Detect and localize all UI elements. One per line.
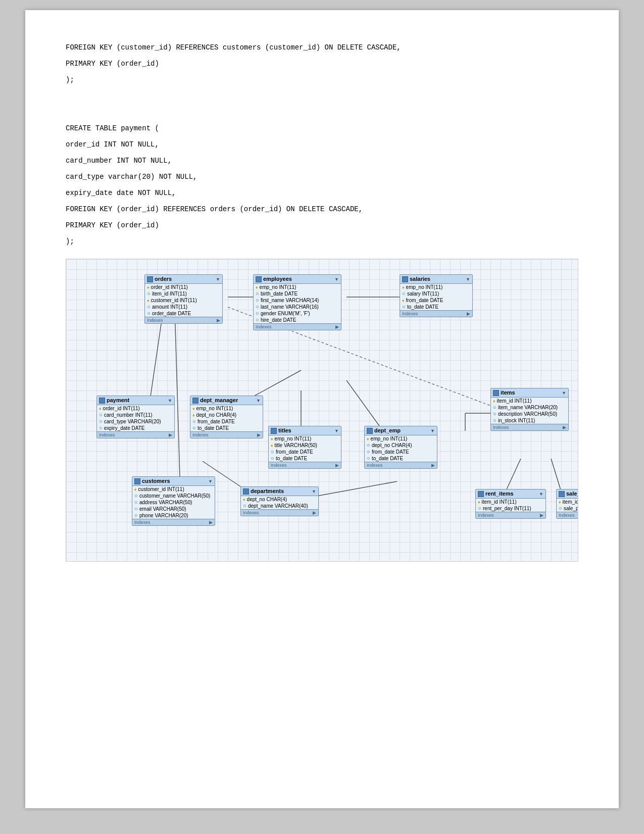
table-rent-items-header: rent_items ▼: [476, 489, 546, 499]
table-footer[interactable]: Indexes▶: [269, 462, 341, 468]
table-row: ♦ emp_no INT(11): [269, 435, 341, 442]
svg-line-11: [506, 459, 521, 492]
table-row: ♦ customer_id INT(11): [145, 297, 222, 304]
expand-icon[interactable]: ▼: [539, 492, 543, 497]
expand-icon[interactable]: ▼: [256, 398, 261, 403]
table-row: ⊙ from_date DATE: [269, 449, 341, 455]
table-departments-name: departments: [251, 488, 284, 494]
table-salaries-header: salaries ▼: [400, 275, 472, 284]
table-row: ⊙ amount INT(11): [145, 304, 222, 310]
code-line-3: );: [66, 73, 578, 87]
table-sale-items-name: sale_items: [566, 490, 578, 497]
table-employees-header: employees ▼: [254, 275, 341, 284]
svg-line-13: [150, 317, 162, 403]
table-row: ⊙ hire_date DATE: [254, 317, 341, 323]
table-sale-items: sale_items ▼ ♦ item_id INT(11) ⊙ sale_pr…: [556, 489, 578, 519]
table-footer[interactable]: Indexes▶: [491, 424, 568, 430]
table-row: ⊙ to_date DATE: [269, 455, 341, 462]
code-line-6: CREATE TABLE payment (: [66, 121, 578, 135]
table-row: ♦ from_date DATE: [400, 297, 472, 304]
table-dept-manager: dept_manager ▼ ♦ emp_no INT(11) ♦ dept_n…: [190, 396, 263, 438]
table-row: ⊙ birth_date DATE: [254, 290, 341, 297]
expand-icon[interactable]: ▼: [430, 428, 435, 433]
table-payment-header: payment ▼: [97, 396, 174, 405]
table-footer[interactable]: Indexes▶: [190, 431, 263, 438]
table-salaries: salaries ▼ ♦ emp_no INT(11) ⊙ salary INT…: [400, 274, 473, 317]
expand-icon[interactable]: ▼: [216, 277, 220, 282]
table-row: ⊙ card_number INT(11): [97, 412, 174, 418]
table-row: ⊙ dept_no CHAR(4): [365, 442, 437, 449]
expand-icon[interactable]: ▼: [208, 479, 213, 484]
table-rent-items-name: rent_items: [485, 490, 514, 497]
table-row: ♦ item_id INT(11): [476, 499, 546, 505]
table-row: ⊙ sale_price INT(11): [557, 505, 578, 512]
table-orders-header: orders ▼: [145, 275, 222, 284]
table-orders-name: orders: [155, 276, 172, 282]
code-line-11: FOREIGN KEY (order_id) REFERENCES orders…: [66, 202, 578, 216]
table-row: ♦ emp_no INT(11): [400, 284, 472, 290]
table-row: ⊙ rent_per_day INT(11): [476, 505, 546, 512]
table-footer[interactable]: Indexes▶: [476, 512, 546, 518]
table-row: ⊙ from_date DATE: [190, 418, 263, 425]
table-employees-name: employees: [263, 276, 292, 282]
table-row: ⊙ last_name VARCHAR(16): [254, 304, 341, 310]
expand-icon[interactable]: ▼: [334, 277, 339, 282]
table-dept-emp-header: dept_emp ▼: [365, 426, 437, 435]
table-row: ♦ emp_no INT(11): [254, 284, 341, 290]
table-footer[interactable]: Indexes▶: [365, 462, 437, 468]
table-row: ⊙ salary INT(11): [400, 290, 472, 297]
svg-line-9: [314, 481, 397, 497]
table-row: ♦ customer_id INT(11): [132, 486, 215, 493]
expand-icon[interactable]: ▼: [466, 277, 470, 282]
table-footer[interactable]: Indexes▶: [145, 317, 222, 323]
table-footer[interactable]: Indexes▶: [254, 323, 341, 330]
code-line-13: );: [66, 234, 578, 249]
table-row: ⊙ item_name VARCHAR(20): [491, 404, 568, 411]
table-dept-manager-header: dept_manager ▼: [190, 396, 263, 405]
table-footer[interactable]: Indexes▶: [97, 431, 174, 438]
table-customers-name: customers: [142, 478, 170, 484]
code-line-7: order_id INT NOT NULL,: [66, 137, 578, 152]
table-items: items ▼ ♦ item_id INT(11) ⊙ item_name VA…: [490, 388, 569, 431]
code-line-12: PRIMARY KEY (order_id): [66, 218, 578, 232]
table-row: ♦ order_id INT(11): [97, 405, 174, 412]
table-footer[interactable]: Indexes▶: [241, 509, 318, 516]
expand-icon[interactable]: ▼: [334, 428, 339, 433]
table-customers: customers ▼ ♦ customer_id INT(11) ⊙ cust…: [132, 476, 215, 526]
table-row: ♦ item_id INT(11): [491, 398, 568, 404]
page: FOREIGN KEY (customer_id) REFERENCES cus…: [25, 10, 619, 808]
table-payment: payment ▼ ♦ order_id INT(11) ⊙ card_numb…: [96, 396, 175, 438]
table-row: ⊙ expiry_date DATE: [97, 425, 174, 431]
table-footer[interactable]: Indexes▶: [400, 310, 472, 317]
table-row: ⊙ first_name VARCHAR(14): [254, 297, 341, 304]
table-titles-name: titles: [278, 427, 291, 433]
er-diagram: orders ▼ ♦ order_id INT(11) ⊙ item_id IN…: [66, 259, 578, 562]
table-row: ⊙ order_date DATE: [145, 310, 222, 317]
table-row: ⊙ email VARCHAR(50): [132, 506, 215, 512]
svg-line-5: [346, 380, 379, 426]
table-departments: departments ▼ ♦ dept_no CHAR(4) ⊙ dept_n…: [240, 486, 319, 516]
table-row: ⊙ from_date DATE: [365, 449, 437, 455]
table-employees: employees ▼ ♦ emp_no INT(11) ⊙ birth_dat…: [253, 274, 341, 330]
code-line-1: FOREIGN KEY (customer_id) REFERENCES cus…: [66, 40, 578, 55]
expand-icon[interactable]: ▼: [312, 489, 316, 494]
svg-line-10: [175, 310, 180, 476]
table-row: ⊙ to_date DATE: [365, 455, 437, 462]
table-row: ♦ emp_no INT(11): [190, 405, 263, 412]
table-row: ⊙ to_date DATE: [190, 425, 263, 431]
expand-icon[interactable]: ▼: [562, 390, 566, 396]
table-row: ♦ title VARCHAR(50): [269, 442, 341, 449]
table-footer[interactable]: Indexes▶: [557, 512, 578, 518]
table-row: ♦ emp_no INT(11): [365, 435, 437, 442]
svg-line-12: [551, 459, 561, 492]
table-payment-name: payment: [107, 397, 129, 403]
expand-icon[interactable]: ▼: [168, 398, 172, 403]
table-footer[interactable]: Indexes▶: [132, 519, 215, 525]
table-dept-manager-name: dept_manager: [200, 397, 238, 403]
table-row: ⊙ phone VARCHAR(20): [132, 512, 215, 519]
table-row: ⊙ to_date DATE: [400, 304, 472, 310]
code-block: FOREIGN KEY (customer_id) REFERENCES cus…: [66, 40, 578, 249]
code-line-2: PRIMARY KEY (order_id): [66, 57, 578, 71]
table-row: ⊙ customer_name VARCHAR(50): [132, 493, 215, 499]
table-row: ♦ dept_no CHAR(4): [241, 496, 318, 503]
